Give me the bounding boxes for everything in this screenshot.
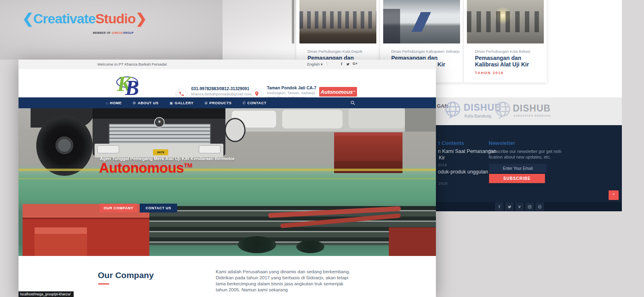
- pt-khanza-site-window: Welcome to PT Khanza Berkah Persada! Eng…: [19, 60, 436, 297]
- newsletter-text: fication about new updates, etc.: [489, 155, 551, 159]
- company-paragraph: Kami adalah Perusahaan yang dinamis dan …: [216, 269, 355, 293]
- studio-logo-tagline: MEMBER OF @MEGAGROUP: [89, 31, 134, 34]
- nav-item-home[interactable]: ⌂HOME: [106, 101, 122, 105]
- hero-banner: ✶ 3478 Agen Tunggal Pemegang Merk Alat U…: [19, 108, 436, 256]
- image-icon: ▣: [169, 101, 173, 105]
- gears-icon: ⚙: [132, 101, 136, 105]
- studio-hero-panel-fade: [223, 0, 302, 60]
- screenshot-canvas: ❮CreativateStudio❯ MEMBER OF @MEGAGROUP …: [0, 0, 644, 297]
- newsletter-text: Subscribe our newsletter gor get noti-: [489, 149, 562, 154]
- newsletter-email-input[interactable]: [489, 164, 547, 173]
- welcome-text: Welcome to PT Khanza Berkah Persada!: [97, 62, 167, 66]
- site-topbar: Welcome to PT Khanza Berkah Persada! Eng…: [19, 60, 436, 69]
- carousel-previous-card-sliver: [292, 0, 294, 43]
- header-address-line1: Taman Pondok Jati CA-7: [267, 85, 316, 90]
- chevron-down-icon: ▾: [321, 62, 323, 66]
- autonomous-brand-badge[interactable]: Autonomous™: [319, 87, 357, 97]
- dishub-bandung-subtitle: Kota Bandung: [464, 113, 491, 118]
- license-plate: 3478: [153, 149, 168, 155]
- our-company-section: Our Company Kami adalah Perusahaan yang …: [19, 256, 436, 297]
- nav-item-gallery[interactable]: ▣GALLERY: [169, 101, 194, 105]
- dishub-kab-globe-icon: [493, 101, 512, 121]
- hero-background-cars: [222, 108, 436, 132]
- newsletter-heading: Newsletter: [489, 140, 515, 146]
- facebook-icon[interactable]: f: [495, 202, 504, 211]
- mercedes-star-icon: ✶: [154, 117, 165, 128]
- twitter-icon[interactable]: [346, 62, 350, 67]
- facebook-icon[interactable]: f: [341, 62, 342, 66]
- phone-icon: ✆: [242, 101, 246, 105]
- floor-yellow-line: [19, 178, 436, 179]
- logo-text-creativate: Creativate: [33, 11, 95, 26]
- our-company-button[interactable]: OUR COMPANY: [100, 204, 137, 212]
- floor-yellow-line: [19, 169, 436, 171]
- logo-bracket-right-icon: ❯: [136, 11, 147, 26]
- topbar-divider: [327, 62, 327, 67]
- inspection-mirror: [225, 118, 246, 142]
- footer-recent-item[interactable]: Kir: [439, 155, 445, 161]
- header-phone[interactable]: 031-99782883/0812-31329091: [191, 86, 249, 91]
- dishub-kabupaten-subtitle: KABUPATEN BANDUNG: [514, 114, 551, 117]
- dishub-globe-icon: [444, 101, 462, 121]
- home-icon: ⌂: [106, 101, 108, 105]
- card-title[interactable]: Pemasangan danKalibrasi Alat Uji Kir: [475, 55, 529, 68]
- chevron-up-icon: ⌃: [612, 193, 615, 197]
- nav-item-products[interactable]: ⊞PRODUCTS: [204, 101, 231, 105]
- main-nav: ⌂HOME ⚙ABOUT US ▣GALLERY ⊞PRODUCTS ✆CONT…: [19, 97, 436, 108]
- red-step-box: [35, 227, 87, 256]
- logo-bracket-left-icon: ❮: [22, 11, 33, 26]
- footer-recent-item[interactable]: n Kami Saat Pemasangan: [438, 148, 496, 154]
- search-icon[interactable]: [350, 100, 355, 107]
- card-photo-van: [383, 0, 460, 43]
- card-photo-group: [299, 0, 376, 43]
- subscribe-button[interactable]: SUBSCRIBE: [489, 174, 545, 183]
- portfolio-card-bekasi[interactable]: Dinas Perhubungan Kota Bekasi Pemasangan…: [464, 0, 547, 82]
- contact-us-button[interactable]: CONTACT US: [140, 204, 177, 212]
- header-address-line2: Kedungturi, Taman, Sidoarjo: [267, 91, 315, 95]
- pit-opening: [238, 236, 276, 253]
- instagram-icon[interactable]: [525, 202, 534, 211]
- grid-icon: ⊞: [204, 101, 208, 105]
- card-category: Dinas Perhubungan Kabupaten Sidoarjo: [391, 49, 460, 54]
- card-category: Dinas Perhubungan Kota Depok: [308, 49, 362, 54]
- logo-text-studio: Studio: [95, 11, 136, 26]
- footer-recent-item[interactable]: oduk-produk unggulan: [438, 169, 488, 175]
- truck-headlight: [199, 145, 221, 153]
- nav-item-contact[interactable]: ✆CONTACT: [242, 101, 266, 105]
- twitter-icon[interactable]: [505, 202, 514, 211]
- red-tool-cabinet: [334, 135, 402, 173]
- card-photo-garage: [467, 0, 544, 43]
- scroll-to-top-button[interactable]: ⌃: [609, 190, 619, 200]
- truck-headlight: [97, 145, 119, 153]
- dishub-kabupaten-title: DISHUB: [513, 103, 551, 114]
- card-category: Dinas Perhubungan Kota Bekasi: [475, 49, 530, 54]
- browser-status-tooltip: localhost/mega_group/pt-khanza/: [19, 291, 74, 297]
- card-year-badge: TAHUN 2019: [475, 71, 504, 75]
- footer-item-date: 2019: [438, 163, 447, 167]
- header-email[interactable]: khanza.berkahpersada@gmail.com: [191, 92, 252, 96]
- google-plus-icon[interactable]: G+: [353, 62, 357, 66]
- pit-opening: [296, 240, 324, 253]
- section-heading: Our Company: [98, 270, 154, 280]
- recent-contents-heading: t Contents: [438, 140, 464, 146]
- language-dropdown[interactable]: English ▾: [307, 62, 323, 66]
- red-block: [389, 227, 436, 256]
- heading-underline: [98, 283, 109, 285]
- dribbble-icon[interactable]: [535, 202, 544, 211]
- nav-item-about[interactable]: ⚙ABOUT US: [132, 101, 158, 105]
- wheel-hub: [56, 136, 73, 154]
- footer-item-date: 2018: [438, 181, 448, 186]
- svg-text:B: B: [125, 76, 139, 99]
- vimeo-icon[interactable]: v: [515, 202, 524, 211]
- hero-headline: AutonomousTM: [99, 160, 192, 176]
